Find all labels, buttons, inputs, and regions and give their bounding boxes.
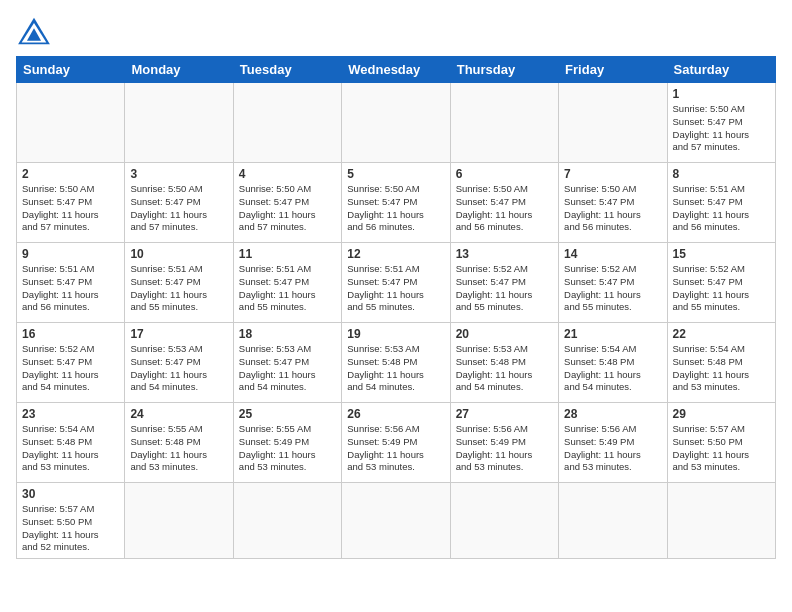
cell-info: Sunrise: 5:51 AMSunset: 5:47 PMDaylight:…: [673, 183, 770, 234]
cell-info: Sunrise: 5:55 AMSunset: 5:49 PMDaylight:…: [239, 423, 336, 474]
day-number: 30: [22, 487, 119, 501]
day-number: 7: [564, 167, 661, 181]
cell-info: Sunrise: 5:54 AMSunset: 5:48 PMDaylight:…: [564, 343, 661, 394]
day-number: 11: [239, 247, 336, 261]
calendar-cell: [342, 83, 450, 163]
day-number: 13: [456, 247, 553, 261]
calendar-cell: [450, 83, 558, 163]
logo-icon: [16, 16, 52, 46]
weekday-header: Tuesday: [233, 57, 341, 83]
calendar-week-row: 16Sunrise: 5:52 AMSunset: 5:47 PMDayligh…: [17, 323, 776, 403]
cell-info: Sunrise: 5:57 AMSunset: 5:50 PMDaylight:…: [22, 503, 119, 554]
calendar-cell: [559, 83, 667, 163]
calendar-cell: 3Sunrise: 5:50 AMSunset: 5:47 PMDaylight…: [125, 163, 233, 243]
calendar-cell: 24Sunrise: 5:55 AMSunset: 5:48 PMDayligh…: [125, 403, 233, 483]
calendar-cell: 20Sunrise: 5:53 AMSunset: 5:48 PMDayligh…: [450, 323, 558, 403]
weekday-header: Thursday: [450, 57, 558, 83]
header: [16, 16, 776, 46]
calendar-cell: 16Sunrise: 5:52 AMSunset: 5:47 PMDayligh…: [17, 323, 125, 403]
cell-info: Sunrise: 5:53 AMSunset: 5:48 PMDaylight:…: [347, 343, 444, 394]
calendar-cell: 22Sunrise: 5:54 AMSunset: 5:48 PMDayligh…: [667, 323, 775, 403]
calendar-cell: 4Sunrise: 5:50 AMSunset: 5:47 PMDaylight…: [233, 163, 341, 243]
calendar-cell: 7Sunrise: 5:50 AMSunset: 5:47 PMDaylight…: [559, 163, 667, 243]
calendar-week-row: 23Sunrise: 5:54 AMSunset: 5:48 PMDayligh…: [17, 403, 776, 483]
day-number: 5: [347, 167, 444, 181]
day-number: 23: [22, 407, 119, 421]
day-number: 15: [673, 247, 770, 261]
cell-info: Sunrise: 5:57 AMSunset: 5:50 PMDaylight:…: [673, 423, 770, 474]
calendar-cell: 17Sunrise: 5:53 AMSunset: 5:47 PMDayligh…: [125, 323, 233, 403]
cell-info: Sunrise: 5:50 AMSunset: 5:47 PMDaylight:…: [347, 183, 444, 234]
day-number: 24: [130, 407, 227, 421]
calendar-cell: 25Sunrise: 5:55 AMSunset: 5:49 PMDayligh…: [233, 403, 341, 483]
calendar-cell: [559, 483, 667, 559]
day-number: 17: [130, 327, 227, 341]
calendar-cell: [342, 483, 450, 559]
calendar-cell: 12Sunrise: 5:51 AMSunset: 5:47 PMDayligh…: [342, 243, 450, 323]
day-number: 28: [564, 407, 661, 421]
calendar-cell: 13Sunrise: 5:52 AMSunset: 5:47 PMDayligh…: [450, 243, 558, 323]
cell-info: Sunrise: 5:52 AMSunset: 5:47 PMDaylight:…: [564, 263, 661, 314]
calendar-cell: 29Sunrise: 5:57 AMSunset: 5:50 PMDayligh…: [667, 403, 775, 483]
cell-info: Sunrise: 5:51 AMSunset: 5:47 PMDaylight:…: [130, 263, 227, 314]
cell-info: Sunrise: 5:56 AMSunset: 5:49 PMDaylight:…: [456, 423, 553, 474]
calendar-cell: 26Sunrise: 5:56 AMSunset: 5:49 PMDayligh…: [342, 403, 450, 483]
cell-info: Sunrise: 5:50 AMSunset: 5:47 PMDaylight:…: [22, 183, 119, 234]
weekday-header: Monday: [125, 57, 233, 83]
day-number: 2: [22, 167, 119, 181]
cell-info: Sunrise: 5:53 AMSunset: 5:47 PMDaylight:…: [239, 343, 336, 394]
calendar-cell: 14Sunrise: 5:52 AMSunset: 5:47 PMDayligh…: [559, 243, 667, 323]
calendar-cell: 21Sunrise: 5:54 AMSunset: 5:48 PMDayligh…: [559, 323, 667, 403]
day-number: 4: [239, 167, 336, 181]
calendar-header: SundayMondayTuesdayWednesdayThursdayFrid…: [17, 57, 776, 83]
calendar-cell: [125, 83, 233, 163]
cell-info: Sunrise: 5:56 AMSunset: 5:49 PMDaylight:…: [347, 423, 444, 474]
cell-info: Sunrise: 5:52 AMSunset: 5:47 PMDaylight:…: [673, 263, 770, 314]
logo: [16, 16, 56, 46]
cell-info: Sunrise: 5:50 AMSunset: 5:47 PMDaylight:…: [564, 183, 661, 234]
calendar-cell: 15Sunrise: 5:52 AMSunset: 5:47 PMDayligh…: [667, 243, 775, 323]
calendar-week-row: 30Sunrise: 5:57 AMSunset: 5:50 PMDayligh…: [17, 483, 776, 559]
day-number: 10: [130, 247, 227, 261]
day-number: 21: [564, 327, 661, 341]
day-number: 14: [564, 247, 661, 261]
cell-info: Sunrise: 5:52 AMSunset: 5:47 PMDaylight:…: [22, 343, 119, 394]
calendar-cell: 1Sunrise: 5:50 AMSunset: 5:47 PMDaylight…: [667, 83, 775, 163]
calendar-week-row: 9Sunrise: 5:51 AMSunset: 5:47 PMDaylight…: [17, 243, 776, 323]
calendar-cell: [233, 483, 341, 559]
calendar-cell: 5Sunrise: 5:50 AMSunset: 5:47 PMDaylight…: [342, 163, 450, 243]
cell-info: Sunrise: 5:54 AMSunset: 5:48 PMDaylight:…: [673, 343, 770, 394]
day-number: 29: [673, 407, 770, 421]
calendar-cell: 9Sunrise: 5:51 AMSunset: 5:47 PMDaylight…: [17, 243, 125, 323]
calendar-cell: 11Sunrise: 5:51 AMSunset: 5:47 PMDayligh…: [233, 243, 341, 323]
calendar-cell: [125, 483, 233, 559]
calendar-week-row: 1Sunrise: 5:50 AMSunset: 5:47 PMDaylight…: [17, 83, 776, 163]
calendar-cell: [233, 83, 341, 163]
cell-info: Sunrise: 5:53 AMSunset: 5:47 PMDaylight:…: [130, 343, 227, 394]
calendar: SundayMondayTuesdayWednesdayThursdayFrid…: [16, 56, 776, 559]
cell-info: Sunrise: 5:56 AMSunset: 5:49 PMDaylight:…: [564, 423, 661, 474]
weekday-header: Friday: [559, 57, 667, 83]
day-number: 18: [239, 327, 336, 341]
calendar-cell: 23Sunrise: 5:54 AMSunset: 5:48 PMDayligh…: [17, 403, 125, 483]
cell-info: Sunrise: 5:52 AMSunset: 5:47 PMDaylight:…: [456, 263, 553, 314]
calendar-cell: 18Sunrise: 5:53 AMSunset: 5:47 PMDayligh…: [233, 323, 341, 403]
cell-info: Sunrise: 5:51 AMSunset: 5:47 PMDaylight:…: [22, 263, 119, 314]
calendar-cell: [450, 483, 558, 559]
cell-info: Sunrise: 5:50 AMSunset: 5:47 PMDaylight:…: [130, 183, 227, 234]
cell-info: Sunrise: 5:50 AMSunset: 5:47 PMDaylight:…: [456, 183, 553, 234]
calendar-cell: 27Sunrise: 5:56 AMSunset: 5:49 PMDayligh…: [450, 403, 558, 483]
day-number: 8: [673, 167, 770, 181]
calendar-cell: [17, 83, 125, 163]
calendar-week-row: 2Sunrise: 5:50 AMSunset: 5:47 PMDaylight…: [17, 163, 776, 243]
calendar-cell: 30Sunrise: 5:57 AMSunset: 5:50 PMDayligh…: [17, 483, 125, 559]
cell-info: Sunrise: 5:50 AMSunset: 5:47 PMDaylight:…: [239, 183, 336, 234]
weekday-header: Wednesday: [342, 57, 450, 83]
day-number: 19: [347, 327, 444, 341]
calendar-cell: 10Sunrise: 5:51 AMSunset: 5:47 PMDayligh…: [125, 243, 233, 323]
cell-info: Sunrise: 5:51 AMSunset: 5:47 PMDaylight:…: [239, 263, 336, 314]
cell-info: Sunrise: 5:54 AMSunset: 5:48 PMDaylight:…: [22, 423, 119, 474]
cell-info: Sunrise: 5:55 AMSunset: 5:48 PMDaylight:…: [130, 423, 227, 474]
day-number: 9: [22, 247, 119, 261]
day-number: 6: [456, 167, 553, 181]
